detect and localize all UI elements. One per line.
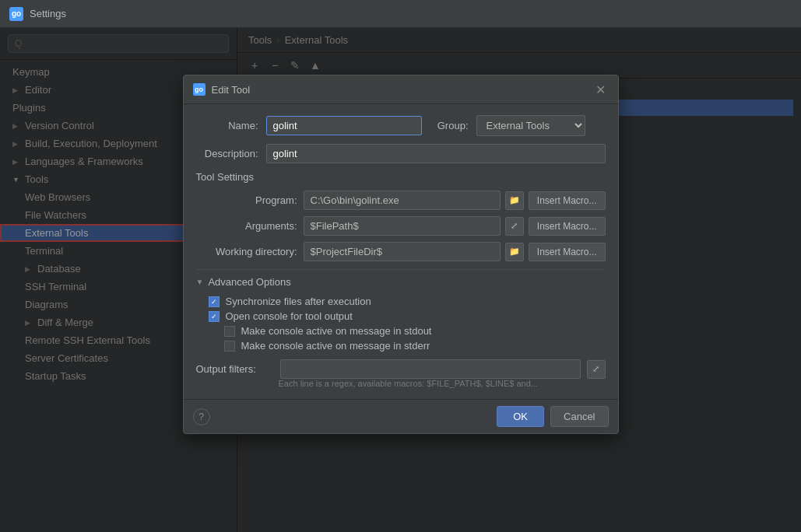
group-label: Group: — [430, 120, 469, 131]
modal-titlebar: go Edit Tool ✕ — [184, 75, 618, 104]
tool-settings-section: Tool Settings — [196, 171, 606, 183]
advanced-arrow: ▼ — [196, 278, 204, 286]
edit-tool-modal: go Edit Tool ✕ Name: Group: External Too… — [183, 75, 619, 434]
make-active-stdout-row: Make console active on message in stdout — [196, 324, 606, 338]
modal-close-button[interactable]: ✕ — [593, 82, 609, 97]
open-console-label: Open console for tool output — [226, 310, 353, 322]
advanced-header[interactable]: ▼ Advanced Options — [196, 276, 606, 288]
description-input[interactable] — [266, 144, 606, 163]
make-active-stderr-checkbox[interactable] — [224, 341, 235, 352]
arguments-label: Arguments: — [196, 220, 297, 232]
tool-settings: Program: 📁 Insert Macro... Arguments: ⤢ — [196, 191, 606, 261]
main-container: Keymap ▶ Editor Plugins ▶ Version Contro… — [0, 28, 801, 532]
program-insert-macro-button[interactable]: Insert Macro... — [529, 191, 606, 210]
arguments-input-group: ⤢ Insert Macro... — [304, 216, 606, 236]
output-filters-row: Output filters: ⤢ — [196, 359, 606, 379]
sync-files-checkbox[interactable]: ✓ — [209, 296, 220, 307]
working-dir-insert-macro-button[interactable]: Insert Macro... — [529, 243, 606, 261]
footer-buttons: OK Cancel — [497, 406, 608, 427]
program-label: Program: — [196, 194, 297, 206]
app-icon: go — [9, 7, 23, 21]
arguments-input[interactable] — [304, 216, 501, 236]
help-button[interactable]: ? — [193, 408, 210, 425]
working-dir-browse-button[interactable]: 📁 — [505, 243, 524, 261]
make-active-stdout-label: Make console active on message in stdout — [241, 325, 432, 337]
tool-settings-label: Tool Settings — [196, 171, 254, 183]
hint-text: Each line is a regex, available macros: … — [196, 379, 606, 388]
description-row: Description: — [196, 144, 606, 163]
program-input[interactable] — [304, 191, 501, 210]
working-dir-input[interactable] — [304, 242, 501, 261]
open-console-checkbox[interactable]: ✓ — [209, 311, 220, 322]
output-filters-label: Output filters: — [196, 363, 274, 375]
working-dir-label: Working directory: — [196, 246, 297, 257]
open-console-row: ✓ Open console for tool output — [196, 309, 606, 324]
group-select[interactable]: External Tools — [476, 115, 585, 136]
arguments-insert-macro-button[interactable]: Insert Macro... — [529, 217, 606, 236]
output-filters-input[interactable] — [280, 359, 581, 379]
sync-files-label: Synchronize files after execution — [226, 296, 371, 307]
program-row: Program: 📁 Insert Macro... — [196, 191, 606, 210]
title-bar: go Settings — [0, 0, 801, 28]
name-group-row: Name: Group: External Tools — [196, 115, 606, 136]
working-dir-row: Working directory: 📁 Insert Macro... — [196, 242, 606, 261]
name-label: Name: — [196, 120, 258, 131]
arguments-expand-button[interactable]: ⤢ — [505, 217, 524, 236]
ok-button[interactable]: OK — [497, 406, 544, 427]
modal-body: Name: Group: External Tools Description:… — [184, 104, 618, 399]
cancel-button[interactable]: Cancel — [550, 406, 608, 427]
output-filters-expand-button[interactable]: ⤢ — [587, 360, 606, 379]
name-input[interactable] — [266, 116, 422, 135]
modal-title-text: Edit Tool — [212, 84, 251, 96]
advanced-label: Advanced Options — [208, 276, 290, 288]
modal-icon: go — [193, 83, 206, 96]
arguments-row: Arguments: ⤢ Insert Macro... — [196, 216, 606, 236]
make-active-stderr-row: Make console active on message in stderr — [196, 338, 606, 353]
program-input-group: 📁 Insert Macro... — [304, 191, 606, 210]
modal-footer: ? OK Cancel — [184, 399, 618, 433]
description-label: Description: — [196, 148, 258, 159]
modal-overlay: go Edit Tool ✕ Name: Group: External Too… — [0, 28, 801, 532]
advanced-section: ▼ Advanced Options ✓ Synchronize files a… — [196, 269, 606, 388]
program-browse-button[interactable]: 📁 — [505, 191, 524, 210]
modal-title-left: go Edit Tool — [193, 83, 251, 96]
app-title: Settings — [30, 8, 66, 19]
working-dir-input-group: 📁 Insert Macro... — [304, 242, 606, 261]
make-active-stderr-label: Make console active on message in stderr — [241, 340, 430, 352]
sync-files-row: ✓ Synchronize files after execution — [196, 294, 606, 309]
make-active-stdout-checkbox[interactable] — [224, 326, 235, 337]
